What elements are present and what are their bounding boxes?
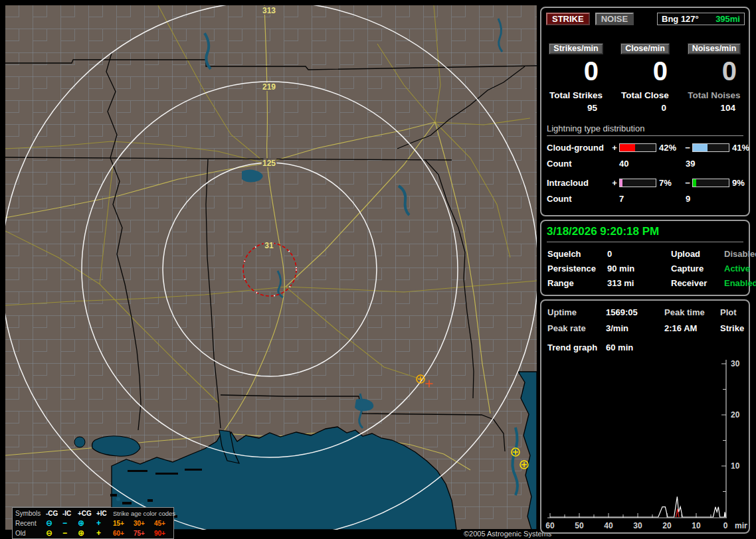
cg-positive-bar [619,143,656,152]
legend-col-pos-cg: +CG [78,508,96,518]
svg-text:40: 40 [604,521,613,530]
neg-ic-recent-icon: − [62,518,78,528]
ic-negative-count: 9 [686,194,743,204]
upload-label: Upload [671,249,724,259]
plus-sign: + [610,178,619,188]
total-close-value: 0 [611,103,680,113]
range-value: 395mi [715,14,740,24]
legend-row-recent-label: Recent [15,518,46,528]
peak-rate-value: 3/min [606,323,664,333]
map-legend: Symbols -CG -IC +CG +IC Strike age color… [12,507,174,539]
cg-positive-pct: 42% [656,143,683,153]
neg-ic-old-icon: − [62,528,78,538]
total-noises-label: Total Noises [680,90,749,100]
ring-label-31: 31 [264,241,274,250]
svg-text:min: min [735,521,747,530]
panel-stats: Uptime 1569:05 Peak time Plot Peak rate … [540,299,750,534]
peak-rate-label: Peak rate [547,323,606,333]
svg-text:30: 30 [731,359,740,368]
age-60: 60+ [113,528,134,538]
distribution-title: Lightning type distribution [547,123,743,136]
ic-positive-bar [619,179,656,187]
persistence-value: 90 min [607,264,671,273]
ic-negative-pct: 9% [729,178,756,188]
squelch-value: 0 [607,249,671,259]
noises-per-min-value: 0 [680,57,749,85]
svg-text:60: 60 [545,521,555,530]
svg-text:0: 0 [723,521,728,530]
neg-cg-old-icon: ⊖ [46,528,62,538]
trend-graph: 1020306050403020100min [543,356,747,532]
close-per-min-value: 0 [611,57,680,85]
close-per-min-button[interactable]: Close/min [620,43,670,54]
pos-cg-old-icon: ⊕ [78,528,96,538]
ic-positive-pct: 7% [656,178,683,188]
legend-row-old-label: Old [15,528,46,538]
peak-time-value: 2:16 AM [664,323,720,333]
age-75: 75+ [134,528,154,538]
map-area[interactable]: 31321912531 Symbols -CG -IC +CG +IC Stri… [5,5,537,530]
pos-ic-old-icon: + [96,528,113,538]
range-setting-value: 313 mi [607,278,671,288]
age-15: 15+ [113,518,134,528]
legend-col-pos-ic: +IC [96,508,113,518]
strikes-per-min-value: 0 [541,57,611,85]
ring-label-219: 219 [262,82,276,92]
trend-graph-label: Trend graph [547,343,606,352]
legend-col-neg-ic: -IC [62,508,78,518]
age-30: 30+ [134,518,154,528]
map-canvas[interactable]: 31321912531 [5,5,537,530]
minus-sign: − [683,178,692,188]
pos-cg-recent-icon: ⊕ [78,518,96,528]
neg-cg-recent-icon: ⊖ [46,518,62,528]
range-label: Range [547,278,607,288]
legend-col-neg-cg: -CG [46,508,62,518]
intracloud-label: Intracloud [547,178,610,188]
squelch-label: Squelch [547,249,607,259]
ic-negative-bar [692,179,729,187]
ic-positive-count: 7 [619,194,686,204]
capture-label: Capture [671,264,724,273]
ring-label-313: 313 [262,6,276,15]
legend-age-title: Strike age color codes [113,508,175,518]
receiver-state: Enabled [724,278,756,288]
total-strikes-label: Total Strikes [541,90,611,100]
ring-label-125: 125 [262,159,276,168]
svg-text:30: 30 [633,521,642,530]
uptime-value: 1569:05 [606,307,664,317]
app-window: 31321912531 Symbols -CG -IC +CG +IC Stri… [0,0,756,539]
strikes-per-min-button[interactable]: Strikes/min [549,43,603,54]
svg-text:10: 10 [731,461,740,471]
panel-status: 3/18/2026 9:20:18 PM Squelch 0 Upload Di… [540,220,750,296]
age-90: 90+ [154,528,175,538]
svg-text:10: 10 [692,521,701,530]
bearing-range-display: Bng 127° 395mi [657,13,745,25]
panel-counters: STRIKE NOISE Bng 127° 395mi Strikes/min … [540,7,750,216]
uptime-label: Uptime [547,307,606,317]
svg-text:20: 20 [731,410,740,420]
total-strikes-value: 95 [541,103,611,113]
noise-mode-button[interactable]: NOISE [595,13,634,25]
bearing-value: Bng 127° [662,14,699,24]
peak-time-label: Peak time [664,307,720,317]
receiver-label: Receiver [671,278,724,288]
pos-ic-recent-icon: + [96,518,113,528]
upload-state: Disabled [724,249,756,259]
strike-mode-button[interactable]: STRIKE [546,13,590,25]
plus-sign: + [610,143,619,153]
ic-count-label: Count [547,194,619,204]
cg-negative-pct: 41% [729,143,756,153]
svg-text:50: 50 [575,521,584,530]
cloud-ground-label: Cloud-ground [547,143,610,153]
total-close-label: Total Close [611,90,680,100]
cg-count-label: Count [547,159,619,169]
plot-label: Plot [720,307,749,317]
persistence-label: Persistence [547,264,607,273]
cg-positive-count: 40 [619,159,686,169]
minus-sign: − [683,143,692,153]
age-45: 45+ [154,518,175,528]
capture-state: Active [724,264,756,273]
datetime-display: 3/18/2026 9:20:18 PM [547,225,743,242]
noises-per-min-button[interactable]: Noises/min [688,43,741,54]
cg-negative-count: 39 [686,159,743,169]
